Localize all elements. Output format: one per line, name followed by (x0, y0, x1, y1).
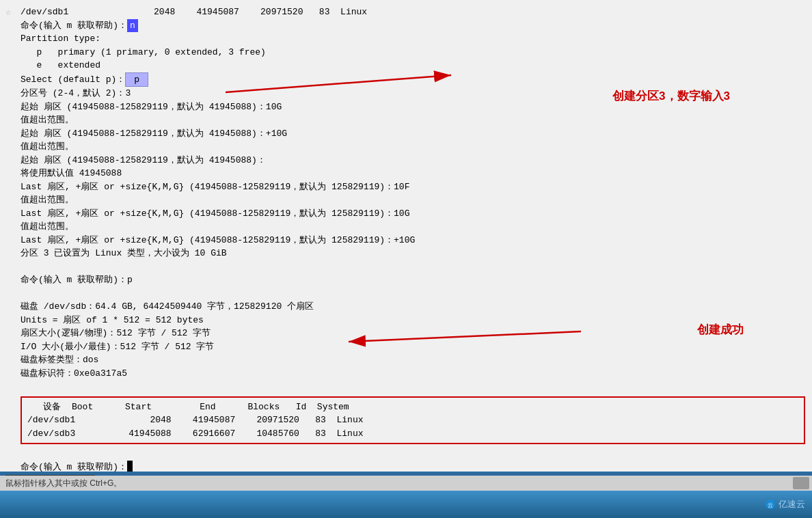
brand-label: 亿速云 (779, 498, 805, 510)
terminal-line: 值超出范围。 (21, 140, 805, 154)
terminal-line: Last 扇区, +扇区 or +size{K,M,G} (41945088-1… (21, 180, 805, 194)
input-highlight-p: p (125, 72, 148, 87)
svg-line-3 (349, 331, 581, 342)
svg-text:云: 云 (768, 502, 773, 508)
partition-table-header: 设备 Boot Start End Blocks Id System (27, 400, 798, 414)
statusbar-hint: 鼠标指针移入其中或按 Ctrl+G。 (0, 476, 812, 491)
terminal-line (21, 447, 805, 461)
terminal-line: /dev/sdb1 2048 41945087 20971520 83 Linu… (21, 5, 805, 19)
terminal-line: 值超出范围。 (21, 113, 805, 127)
terminal-line: 起始 扇区 (41945088-125829119，默认为 41945088)：… (21, 127, 805, 141)
terminal-line: 命令(输入 m 获取帮助)：p (21, 273, 805, 287)
desktop: ☆ /dev/sdb1 2048 41945087 20971520 83 Li… (0, 0, 812, 518)
terminal-line: p primary (1 primary, 0 extended, 3 free… (21, 46, 805, 59)
partition-table-row: /dev/sdb1 2048 41945087 20971520 83 Linu… (27, 413, 798, 427)
terminal-line (21, 380, 805, 394)
star-icon: ☆ (5, 5, 11, 20)
terminal-line: Last 扇区, +扇区 or +size{K,M,G} (41945088-1… (21, 207, 805, 221)
terminal-line: 命令(输入 m 获取帮助)：n (21, 19, 805, 33)
terminal-line: 起始 扇区 (41945088-125829119，默认为 41945088)： (21, 154, 805, 167)
terminal-line: 分区 3 已设置为 Linux 类型，大小设为 10 GiB (21, 247, 805, 260)
terminal-line: 将使用默认值 41945088 (21, 167, 805, 180)
svg-line-1 (226, 75, 451, 92)
partition-table: 设备 Boot Start End Blocks Id System /dev/… (21, 396, 805, 445)
annotation-create-partition: 创建分区3，数字输入3 (612, 87, 730, 105)
input-highlight-n: n (127, 19, 138, 33)
terminal-line: 磁盘 /dev/sdb：64.4 GB, 64424509440 字节，1258… (21, 300, 805, 314)
terminal-window: ☆ /dev/sdb1 2048 41945087 20971520 83 Li… (0, 0, 812, 491)
taskbar: 云 亿速云 (0, 491, 812, 518)
brand-icon: 云 (765, 499, 776, 510)
terminal-line: 值超出范围。 (21, 193, 805, 207)
partition-table-row: /dev/sdb3 41945088 62916607 10485760 83 … (27, 427, 798, 441)
prompt-line: 命令(输入 m 获取帮助)： (21, 461, 805, 472)
terminal-line (21, 260, 805, 274)
terminal-line: 磁盘标识符：0xe0a317a5 (21, 367, 805, 381)
terminal-line: Last 扇区, +扇区 or +size{K,M,G} (41945088-1… (21, 234, 805, 247)
statusbar-hint-text: 鼠标指针移入其中或按 Ctrl+G。 (5, 478, 122, 489)
terminal-line (21, 287, 805, 301)
terminal-content[interactable]: ☆ /dev/sdb1 2048 41945087 20971520 83 Li… (0, 0, 812, 472)
terminal-line: 值超出范围。 (21, 220, 805, 234)
arrow-create-success (328, 314, 615, 355)
arrow-create-partition (219, 65, 478, 106)
taskbar-brand: 云 亿速云 (765, 498, 805, 510)
statusbar-icon (793, 477, 809, 489)
annotation-create-success: 创建成功 (697, 321, 744, 339)
terminal-line: Partition type: (21, 32, 805, 46)
